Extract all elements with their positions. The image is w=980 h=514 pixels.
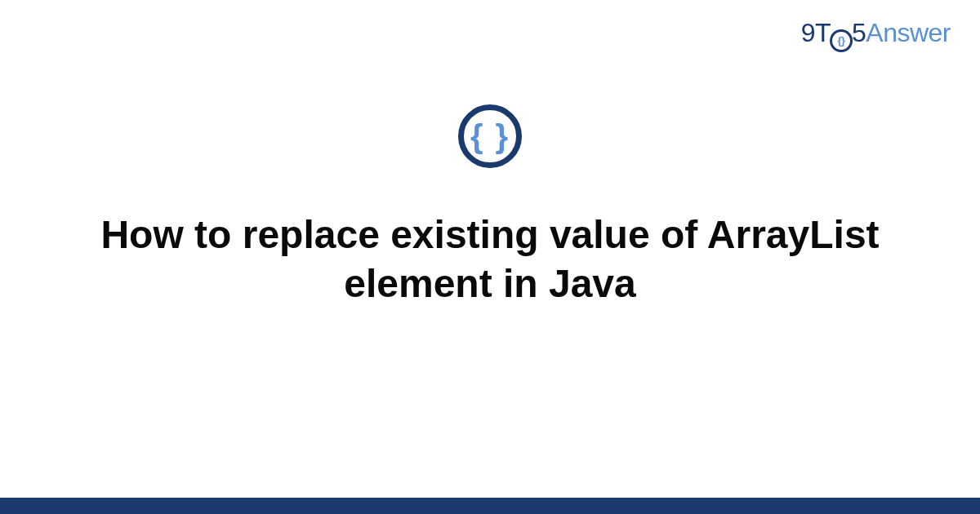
logo-text-9t: 9T xyxy=(801,18,831,47)
site-logo: 9T5Answer xyxy=(801,18,951,52)
footer-accent-bar xyxy=(0,498,980,514)
logo-text-answer: Answer xyxy=(866,18,951,47)
logo-text-5: 5 xyxy=(852,18,866,47)
page-title: How to replace existing value of ArrayLi… xyxy=(0,210,980,308)
category-braces-icon: { } xyxy=(458,104,522,168)
braces-glyph: { } xyxy=(470,120,510,153)
logo-braces-icon xyxy=(830,29,853,52)
